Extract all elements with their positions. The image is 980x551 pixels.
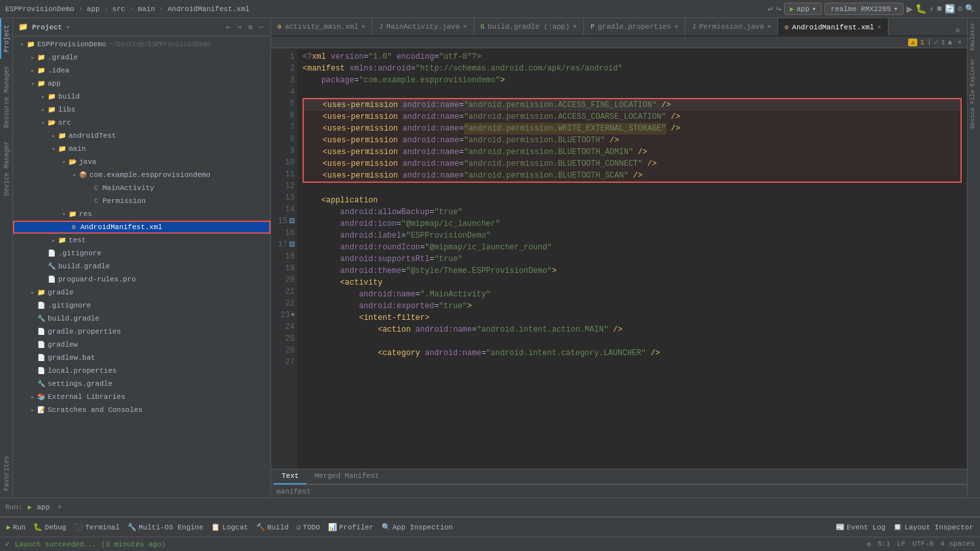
back-button[interactable]: ↩ [768,3,773,14]
event-log-btn[interactable]: 📰 Event Log [833,522,888,533]
project-tree[interactable]: ▾ 📁 ESPProvisionDemo ~/Desktop/ESPProvis… [13,37,270,497]
tree-item-gradle-properties[interactable]: ▸ 📄 gradle.properties [13,325,270,338]
sync-button[interactable]: 🔄 [945,4,955,14]
recent-files-btn[interactable]: ≡ [953,26,962,35]
project-vtab[interactable]: Project [0,18,12,59]
settings-icon[interactable]: ⚙ [867,540,872,548]
tree-item-androidtest[interactable]: ▸ 📁 androidTest [13,129,270,142]
close-warnings[interactable]: × [957,39,962,46]
tree-item-gradle-folder[interactable]: ▸ 📁 gradle [13,286,270,299]
tree-item-java[interactable]: ▾ 📂 java [13,155,270,168]
panel-actions: ⇤ ⇥ ⚙ — [225,22,265,32]
module-name[interactable]: app [87,5,100,13]
panel-dropdown[interactable]: ▾ [66,24,70,31]
app-inspection-tool-btn[interactable]: 🔍 App Inspection [379,522,455,533]
device-selector[interactable]: realme RMX2205 ▾ [825,3,904,15]
tree-item-gradlew[interactable]: ▸ 📄 gradlew [13,338,270,351]
current-file[interactable]: AndroidManifest.xml [167,5,249,13]
tab-mainactivity-java[interactable]: J MainActivity.java × [372,18,474,35]
tab-androidmanifest[interactable]: ⚙ AndroidManifest.xml × [778,18,888,35]
settings-button[interactable]: ⚙ [958,4,962,14]
tab-build-gradle[interactable]: G build.gradle (:app) × [474,18,584,35]
multios-tool-btn[interactable]: 🔧 Multi-OS Engine [125,522,206,533]
gradlew-label: gradlew [48,341,78,349]
layout-inspector-btn[interactable]: 🔲 Layout Inspector [890,522,976,533]
collapse-all-btn[interactable]: ⇤ [225,22,233,32]
build-tool-btn[interactable]: 🔨 Build [253,522,291,533]
gradle-arrow: ▸ [29,54,37,61]
code-line-17: android:roundIcon="@mipmap/ic_launcher_r… [302,242,962,253]
src-folder[interactable]: src [112,5,125,13]
favorites-vtab[interactable]: Favorites [0,449,12,497]
forward-button[interactable]: ↪ [776,3,781,14]
tree-item-scratches[interactable]: ▸ 📝 Scratches and Consoles [13,403,270,417]
run-config-selector[interactable]: ▶ app ▾ [784,3,822,15]
resource-manager-vtab[interactable]: Resource Manager [0,59,12,134]
tree-item-external-libs[interactable]: ▸ 📚 External Libraries [13,390,270,403]
tree-item-gradlew-bat[interactable]: ▸ 📄 gradlew.bat [13,351,270,364]
check-count: 1 [941,39,945,46]
tree-item-build-gradle-root[interactable]: ▸ 🔧 build.gradle [13,312,270,325]
settings-btn[interactable]: ⚙ [246,22,255,32]
tree-item-settings-gradle[interactable]: ▸ 🔧 settings.gradle [13,377,270,390]
tree-item-gradle-hidden[interactable]: ▸ 📁 .gradle [13,51,270,64]
run-tool-btn[interactable]: ▶ Run [4,522,28,533]
todo-tool-btn[interactable]: ☑ TODO [294,522,323,533]
terminal-tool-btn[interactable]: ⬛ Terminal [71,522,122,533]
debug-button[interactable]: 🐛 [915,3,926,14]
tree-item-libs[interactable]: ▸ 📁 libs [13,103,270,116]
tree-item-main[interactable]: ▾ 📁 main [13,142,270,155]
tree-item-gitignore-root[interactable]: ▸ 📄 .gitignore [13,299,270,312]
tree-item-proguard[interactable]: ▸ 📄 proguard-rules.pro [13,273,270,286]
run-config-dropdown[interactable]: ▾ [812,5,817,13]
profile-button[interactable]: ⚡ [929,4,934,14]
tree-item-gitignore-app[interactable]: ▸ 📄 .gitignore [13,247,270,260]
search-button[interactable]: 🔍 [965,4,975,14]
tree-item-build-gradle-app[interactable]: ▸ 🔧 build.gradle [13,260,270,273]
androidmanifest-tab-close[interactable]: × [877,24,881,31]
debug-tool-btn[interactable]: 🐛 Debug [31,522,69,533]
expand-warnings[interactable]: ▲ [948,39,953,46]
expand-btn[interactable]: ⇥ [235,22,244,32]
tree-root[interactable]: ▾ 📁 ESPProvisionDemo ~/Desktop/ESPProvis… [13,38,270,51]
tree-item-mainactivity[interactable]: ▸ C MainActivity [13,181,270,195]
emulator-vtab[interactable]: Emulator [968,18,980,54]
device-file-explorer-vtab[interactable]: Device File Explorer [968,54,980,133]
gradle-props-tab-close[interactable]: × [674,24,678,31]
merged-manifest-tab[interactable]: Merged Manifest [306,469,387,484]
mainactivity-tab-close[interactable]: × [463,24,467,31]
tree-item-local-props[interactable]: ▸ 📄 local.properties [13,364,270,377]
tab-permission-java[interactable]: J Permission.java × [685,18,778,35]
close-panel-btn[interactable]: — [257,22,265,32]
permission-highlight-region: <uses-permission android:name="android.p… [302,98,962,183]
tree-item-res[interactable]: ▾ 📁 res [13,208,270,221]
device-manager-vtab[interactable]: Device Manager [0,134,12,202]
tree-item-permission[interactable]: ▸ C Permission [13,195,270,208]
line-numbers: 12345 678910 11121314 15🖼 16 17🖼 1819202… [271,48,297,469]
code-editor[interactable]: <?xml version="1.0" encoding="utf-8"?> <… [297,48,967,469]
logcat-tool-btn[interactable]: 📋 Logcat [208,522,251,533]
activity-main-tab-close[interactable]: × [361,24,365,31]
warning-count: 1 [920,39,924,46]
main-folder[interactable]: main [138,5,155,13]
tree-item-build[interactable]: ▸ 📁 build [13,90,270,103]
tree-item-test[interactable]: ▸ 📁 test [13,234,270,247]
tree-item-app[interactable]: ▾ 📁 app [13,77,270,90]
tree-item-idea[interactable]: ▸ 📁 .idea [13,64,270,77]
text-tab[interactable]: Text [274,469,306,484]
device-dropdown[interactable]: ▾ [894,5,898,13]
test-icon: 📁 [57,236,67,245]
profiler-tool-btn[interactable]: 📊 Profiler [325,522,376,533]
tab-gradle-properties[interactable]: P gradle.properties × [584,18,685,35]
run-button[interactable]: ▶ [906,3,913,16]
run-tab-close[interactable]: × [57,504,61,511]
tab-activity-main[interactable]: ⚙ activity_main.xml × [271,18,372,35]
stop-button[interactable]: ■ [937,4,942,14]
build-gradle-tab-close[interactable]: × [573,24,577,31]
permission-tab-close[interactable]: × [767,24,771,31]
activity-main-tab-label: activity_main.xml [285,23,358,31]
project-name[interactable]: ESPProvisionDemo [5,5,74,13]
tree-item-package[interactable]: ▾ 📦 com.example.espprovisiondemo [13,168,270,181]
tree-item-src[interactable]: ▾ 📂 src [13,116,270,129]
tree-item-androidmanifest[interactable]: ▸ ⚙ AndroidManifest.xml [13,221,270,234]
